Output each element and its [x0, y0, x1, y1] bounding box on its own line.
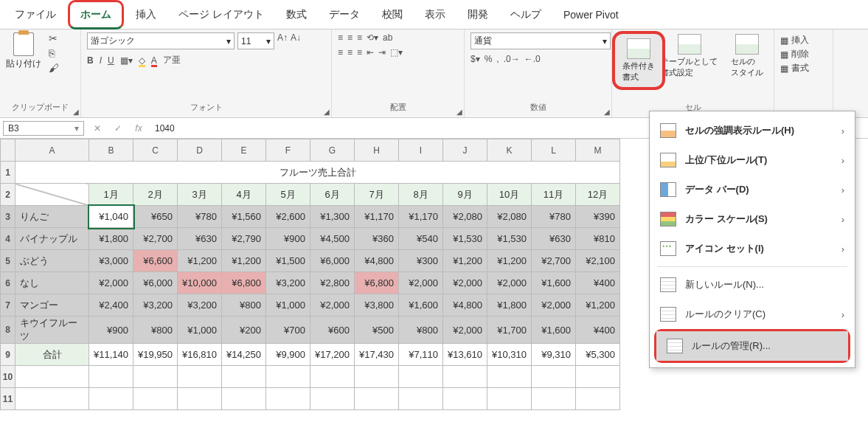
- data-cell[interactable]: ¥1,800: [89, 228, 133, 250]
- row-header[interactable]: 4: [1, 228, 15, 250]
- data-cell[interactable]: ¥630: [532, 228, 576, 250]
- data-cell[interactable]: ¥700: [266, 316, 310, 344]
- empty-cell[interactable]: [443, 388, 487, 410]
- copy-icon[interactable]: ⎘: [49, 47, 59, 59]
- data-cell[interactable]: ¥1,170: [399, 206, 443, 228]
- column-header[interactable]: J: [443, 139, 487, 162]
- font-color-button[interactable]: A: [151, 55, 157, 66]
- column-header[interactable]: E: [222, 139, 266, 162]
- align-bottom-icon[interactable]: ≡: [357, 32, 362, 43]
- decrease-decimal-icon[interactable]: ←.0: [524, 54, 541, 64]
- data-cell[interactable]: ¥650: [133, 206, 178, 228]
- wrap-text-button[interactable]: ab: [383, 32, 392, 43]
- column-header[interactable]: L: [532, 139, 576, 162]
- data-cell[interactable]: ¥6,000: [133, 272, 178, 294]
- data-cell[interactable]: ¥2,000: [399, 272, 443, 294]
- tab-ホーム[interactable]: ホーム: [68, 0, 124, 30]
- row-header[interactable]: 8: [1, 316, 15, 344]
- data-cell[interactable]: ¥800: [133, 316, 178, 344]
- data-cell[interactable]: ¥1,530: [443, 228, 487, 250]
- column-header[interactable]: I: [399, 139, 443, 162]
- data-cell[interactable]: ¥1,530: [487, 228, 532, 250]
- menu-item[interactable]: ルールのクリア(C)›: [650, 300, 855, 329]
- data-cell[interactable]: ¥800: [222, 294, 266, 316]
- decrease-font-icon[interactable]: A↓: [291, 32, 301, 49]
- tab-Power Pivot[interactable]: Power Pivot: [553, 3, 629, 27]
- column-header[interactable]: D: [178, 139, 222, 162]
- format-painter-icon[interactable]: 🖌: [49, 62, 59, 74]
- data-cell[interactable]: ¥2,800: [310, 272, 355, 294]
- menu-item[interactable]: セルの強調表示ルール(H)›: [650, 116, 855, 145]
- row-header[interactable]: 3: [1, 206, 15, 228]
- name-box[interactable]: B3▾: [3, 121, 84, 136]
- tab-挿入[interactable]: 挿入: [125, 2, 167, 27]
- data-cell[interactable]: ¥1,200: [178, 250, 222, 272]
- menu-item[interactable]: 新しいルール(N)...: [650, 270, 855, 300]
- empty-cell[interactable]: [310, 388, 355, 410]
- increase-indent-icon[interactable]: ⇥: [378, 47, 386, 58]
- data-cell[interactable]: ¥630: [178, 228, 222, 250]
- orientation-icon[interactable]: ⟲▾: [367, 32, 378, 43]
- align-center-icon[interactable]: ≡: [347, 47, 353, 58]
- data-cell[interactable]: ¥4,800: [443, 294, 487, 316]
- column-header[interactable]: C: [133, 139, 178, 162]
- data-cell[interactable]: ¥800: [399, 316, 443, 344]
- decrease-indent-icon[interactable]: ⇤: [367, 47, 374, 58]
- font-size-select[interactable]: 11▾: [237, 32, 274, 49]
- fx-icon[interactable]: fx: [128, 123, 149, 134]
- column-header[interactable]: F: [266, 139, 310, 162]
- data-cell[interactable]: ¥3,800: [355, 294, 399, 316]
- align-top-icon[interactable]: ≡: [338, 32, 343, 43]
- increase-decimal-icon[interactable]: .0→: [504, 54, 520, 64]
- row-header[interactable]: 11: [1, 388, 15, 410]
- empty-cell[interactable]: [89, 388, 133, 410]
- empty-cell[interactable]: [222, 366, 266, 388]
- data-cell[interactable]: ¥1,200: [443, 250, 487, 272]
- grid[interactable]: ABCDEFGHIJKLM1フルーツ売上合計21月2月3月4月5月6月7月8月9…: [0, 139, 620, 410]
- data-cell[interactable]: ¥1,700: [487, 316, 532, 344]
- data-cell[interactable]: ¥810: [576, 228, 620, 250]
- cell-styles-button[interactable]: セルの スタイル: [726, 32, 768, 80]
- tab-ファイル[interactable]: ファイル: [4, 2, 66, 27]
- data-cell[interactable]: ¥400: [576, 272, 620, 294]
- column-header[interactable]: A: [15, 139, 89, 162]
- data-cell[interactable]: ¥1,800: [487, 294, 532, 316]
- border-button[interactable]: ▦▾: [120, 55, 133, 66]
- data-cell[interactable]: ¥1,170: [355, 206, 399, 228]
- empty-cell[interactable]: [310, 366, 355, 388]
- data-cell[interactable]: ¥4,500: [310, 228, 355, 250]
- data-cell[interactable]: ¥2,000: [532, 294, 576, 316]
- data-cell[interactable]: ¥780: [532, 206, 576, 228]
- data-cell[interactable]: ¥2,600: [266, 206, 310, 228]
- merge-button[interactable]: ⬚▾: [390, 47, 403, 58]
- empty-cell[interactable]: [399, 366, 443, 388]
- column-header[interactable]: G: [310, 139, 355, 162]
- empty-cell[interactable]: [222, 388, 266, 410]
- data-cell[interactable]: ¥1,200: [487, 250, 532, 272]
- dialog-launcher-icon[interactable]: ◢: [73, 108, 79, 116]
- menu-item[interactable]: 上位/下位ルール(T)›: [650, 145, 855, 175]
- data-cell[interactable]: ¥360: [355, 228, 399, 250]
- data-cell[interactable]: ¥500: [355, 316, 399, 344]
- data-cell[interactable]: ¥3,000: [89, 250, 133, 272]
- data-cell[interactable]: ¥1,300: [310, 206, 355, 228]
- data-cell[interactable]: ¥2,000: [443, 316, 487, 344]
- cancel-icon[interactable]: ✕: [87, 123, 108, 134]
- empty-cell[interactable]: [266, 388, 310, 410]
- data-cell[interactable]: ¥1,200: [576, 294, 620, 316]
- accounting-format-icon[interactable]: $▾: [471, 54, 480, 64]
- percent-format-icon[interactable]: %: [485, 54, 493, 64]
- tab-ページ レイアウト[interactable]: ページ レイアウト: [168, 2, 274, 27]
- menu-item[interactable]: カラー スケール(S)›: [650, 204, 855, 234]
- row-header[interactable]: 6: [1, 272, 15, 294]
- empty-cell[interactable]: [89, 366, 133, 388]
- row-header[interactable]: 7: [1, 294, 15, 316]
- data-cell[interactable]: ¥3,200: [178, 294, 222, 316]
- empty-cell[interactable]: [487, 366, 532, 388]
- dialog-launcher-icon[interactable]: ◢: [604, 108, 610, 116]
- align-left-icon[interactable]: ≡: [338, 47, 343, 58]
- dialog-launcher-icon[interactable]: ◢: [456, 108, 462, 116]
- empty-cell[interactable]: [133, 366, 178, 388]
- underline-button[interactable]: U: [108, 55, 114, 66]
- data-cell[interactable]: ¥900: [89, 316, 133, 344]
